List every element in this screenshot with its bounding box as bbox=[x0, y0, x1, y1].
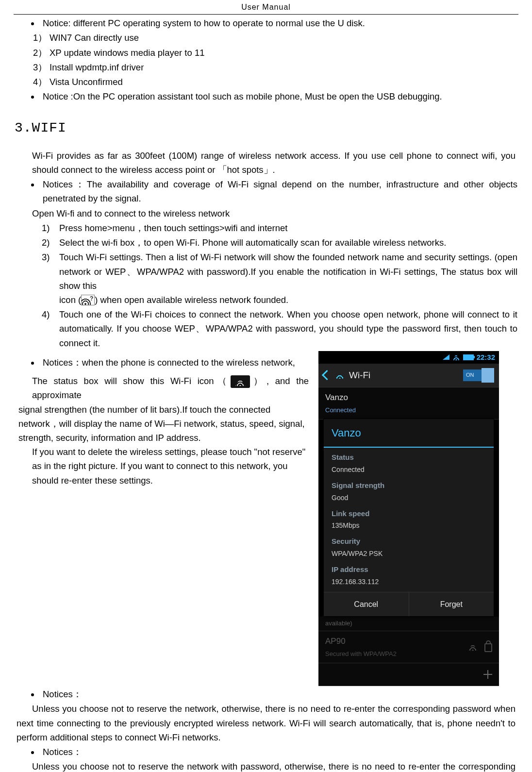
wifi-toggle[interactable]: ON bbox=[463, 369, 494, 381]
status-icon-prefix: The status box will show this Wi-Fi icon… bbox=[32, 376, 231, 386]
bullet-udisk-notice: Notice: different PC operating system to… bbox=[40, 16, 517, 30]
wifi-intro: Wi-Fi provides as far as 300feet (100M) … bbox=[17, 149, 515, 177]
status-line-4: If you want to delete the wireless setti… bbox=[17, 445, 309, 459]
dialog-status-value: Connected bbox=[332, 464, 486, 475]
wifi-add-network-row[interactable] bbox=[318, 663, 499, 686]
signal-icon bbox=[443, 354, 449, 360]
back-icon[interactable] bbox=[322, 370, 332, 380]
dialog-forget-button[interactable]: Forget bbox=[409, 592, 494, 616]
battery-icon bbox=[463, 354, 474, 360]
wifi-icon bbox=[452, 354, 460, 360]
dialog-cancel-button[interactable]: Cancel bbox=[324, 592, 409, 616]
wifi-step-3-suffix: ) when open available wireless network f… bbox=[95, 295, 288, 305]
wifi-screen-title: Wi-Fi bbox=[349, 368, 370, 383]
status-time: 22:32 bbox=[477, 352, 495, 363]
dialog-signal-label: Signal strength bbox=[332, 480, 486, 491]
notices-heading-1: Notices： bbox=[40, 687, 517, 701]
status-icon-line: The status box will show this Wi-Fi icon… bbox=[17, 374, 309, 402]
notices-heading-2: Notices： bbox=[40, 745, 517, 759]
wifi-available-label-row: available) bbox=[318, 617, 499, 631]
bullet-usb-debug-notice: Notice :On the PC operation assistant to… bbox=[40, 89, 517, 103]
notices-paragraph-2: Unless you choose not to reserve the net… bbox=[17, 759, 515, 772]
wifi-item-sub-ap90: Secured with WPA/WPA2 bbox=[325, 649, 397, 659]
wifi-item-sub: Connected bbox=[325, 405, 492, 416]
status-line-6: should re-enter these settings. bbox=[17, 473, 309, 487]
connected-notice: Notices：when the phone is connected to t… bbox=[40, 355, 311, 369]
status-line-3: strength, security, information and IP a… bbox=[17, 431, 309, 445]
wifi-step-4: Touch one of the Wi-Fi choices to connec… bbox=[50, 307, 517, 350]
status-line-2: network，will display the name of Wi—Fi n… bbox=[17, 417, 309, 431]
status-line-1: signal strengthen (the number of lit bar… bbox=[17, 403, 309, 417]
wifi-notification-icon bbox=[81, 295, 95, 305]
wifi-screen-header: Wi-Fi ON bbox=[318, 364, 499, 387]
wifi-step-1: Press home>menu，then touch settings>wifi… bbox=[50, 221, 517, 235]
wifi-item-title: Vanzo bbox=[325, 391, 492, 404]
wifi-list-item-vanzo[interactable]: Vanzo Connected bbox=[318, 387, 499, 420]
plus-icon bbox=[483, 670, 492, 679]
wifi-step-3-text-a: Touch Wi-Fi settings. Then a list of Wi-… bbox=[59, 252, 517, 290]
wifi-step-3: Touch Wi-Fi settings. Then a list of Wi-… bbox=[50, 250, 517, 307]
wifi-list-item-ap90[interactable]: AP90 Secured with WPA/WPA2 bbox=[318, 631, 499, 663]
dialog-link-value: 135Mbps bbox=[332, 520, 486, 531]
wifi-availability-notice: Notices：The availability and coverage of… bbox=[40, 177, 517, 205]
wifi-toggle-label: ON bbox=[466, 371, 474, 379]
phone-screenshot: 22:32 Wi-Fi ON Vanzo bbox=[318, 351, 499, 686]
lock-icon bbox=[484, 643, 492, 652]
os-item-vista: Vista Unconfirmed bbox=[50, 75, 517, 89]
wifi-step-3-prefix: icon ( bbox=[59, 295, 81, 305]
dialog-status-label: Status bbox=[332, 452, 486, 463]
wifi-item-title-ap90: AP90 bbox=[325, 635, 397, 648]
section-heading-wifi: 3.WIFI bbox=[15, 117, 517, 139]
page-header: User Manual bbox=[14, 0, 518, 15]
wifi-step-2: Select the wi-fi box，to open Wi-Fi. Phon… bbox=[50, 235, 517, 250]
dialog-ip-value: 192.168.33.112 bbox=[332, 576, 486, 587]
open-wifi-heading: Open Wi-fi and to connect to the wireles… bbox=[17, 206, 515, 220]
os-item-install-driver: Install wpdmtp.inf driver bbox=[50, 60, 517, 74]
dialog-security-value: WPA/WPA2 PSK bbox=[332, 548, 486, 559]
notices-paragraph-1: Unless you choose not to reserve the net… bbox=[17, 702, 515, 744]
dialog-title: Vanzo bbox=[324, 419, 494, 448]
dialog-security-label: Security bbox=[332, 536, 486, 547]
status-line-5: as in the right picture. If you want to … bbox=[17, 459, 309, 473]
phone-status-bar: 22:32 bbox=[318, 351, 499, 364]
wifi-signal-icon bbox=[468, 643, 478, 651]
os-item-win7: WIN7 Can directly use bbox=[50, 31, 517, 45]
wifi-details-dialog: Vanzo Status Connected Signal strength G… bbox=[323, 419, 494, 617]
dialog-signal-value: Good bbox=[332, 492, 486, 503]
available-label: available) bbox=[325, 619, 492, 629]
wifi-title-icon bbox=[335, 372, 344, 379]
os-item-xp: XP update windows media player to 11 bbox=[50, 46, 517, 60]
wifi-status-icon bbox=[231, 375, 250, 388]
dialog-link-label: Link speed bbox=[332, 508, 486, 520]
dialog-ip-label: IP address bbox=[332, 564, 486, 575]
